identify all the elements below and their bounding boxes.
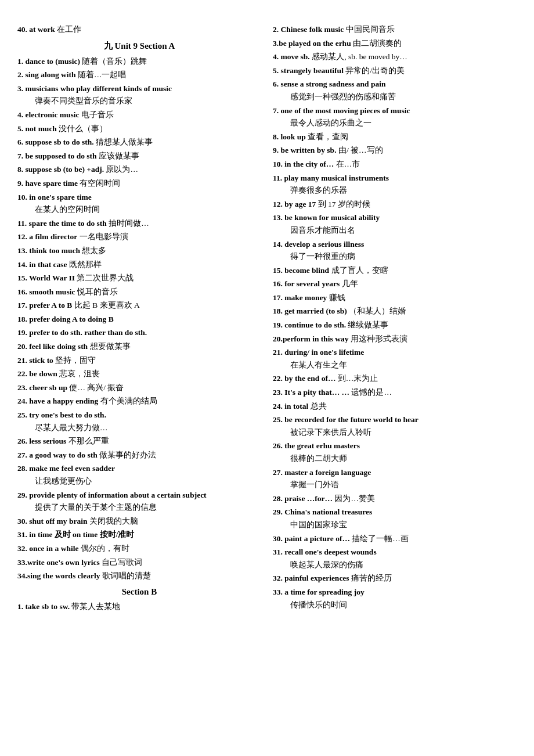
- list-item: 30. paint a picture of… 描绘了一幅…画: [273, 532, 517, 545]
- entry-chinese: 原以为…: [104, 165, 138, 174]
- entry-chinese: 查看，查阅: [306, 132, 348, 141]
- entry-chinese: 总共: [308, 402, 326, 411]
- entry-english: 14. in that case: [17, 260, 67, 269]
- entry-english: 10. in the city of…: [273, 160, 334, 168]
- entry-english-line: 33. a time for spreading joy: [273, 586, 517, 599]
- entry-chinese: 想太多: [80, 246, 106, 255]
- entry-english: 34.sing the words clearly: [17, 571, 100, 580]
- entry-english: 21. stick to: [17, 356, 53, 365]
- entry-chinese-line: 传播快乐的时间: [273, 599, 517, 611]
- entry-english: 26. less serious: [17, 437, 66, 445]
- list-item: 21. during/ in one's lifetime在某人有生之年: [273, 346, 517, 371]
- entry-english: 5. strangely beautiful: [273, 66, 344, 75]
- entry-english: 22. be down: [17, 369, 57, 378]
- list-item: 20.perform in this way 用这种形式表演: [273, 333, 517, 345]
- list-item: 6. sense a strong sadness and pain感觉到一种强…: [273, 78, 517, 103]
- entry-english-line: 25. try one's best to do sth.: [17, 409, 261, 422]
- section-title: 九 Unit 9 Section A: [17, 41, 261, 52]
- entry-english-line: 21. during/ in one's lifetime: [273, 346, 517, 359]
- list-item: 34.sing the words clearly 歌词唱的清楚: [17, 570, 261, 582]
- list-item: 2. Chinese folk music 中国民间音乐: [273, 23, 517, 36]
- list-item: 22. be down 悲哀，沮丧: [17, 368, 261, 380]
- entry-english-line: 25. be recorded for the future world to …: [273, 413, 517, 426]
- entry-chinese: 悦耳的音乐: [75, 287, 117, 296]
- list-item: 15. become blind 成了盲人，变瞎: [273, 264, 517, 277]
- entry-english: 19. continue to do sth.: [273, 321, 346, 329]
- list-item: 4. electronic music 电子音乐: [17, 109, 261, 121]
- list-item: 16. for several years 几年: [273, 278, 517, 290]
- entry-english-line: 13. be known for musical ability: [273, 211, 517, 224]
- entry-english: 12. by age 17: [273, 200, 316, 208]
- entry-chinese: 电子音乐: [80, 110, 114, 119]
- entry-english: 12. a film director: [17, 232, 77, 241]
- entry-english: 20. feel like doing sth: [17, 342, 88, 351]
- entry-chinese: 由二胡演奏的: [351, 39, 402, 48]
- entry-english-line: 11. play many musical instruments: [273, 172, 517, 185]
- entry-chinese: 有空闲时间: [78, 179, 120, 188]
- entry-english-line: 7. one of the most moving pieces of musi…: [273, 105, 517, 117]
- entry-chinese-line: 让我感觉更伤心: [17, 475, 261, 488]
- list-item: 8. look up 查看，查阅: [273, 131, 517, 143]
- list-item: 7. be supposed to do sth 应该做某事: [17, 150, 261, 163]
- entry-english: 9. have spare time: [17, 179, 78, 188]
- list-item: 18. prefer doing A to doing B: [17, 313, 261, 326]
- list-item: 19. prefer to do sth. rather than do sth…: [17, 326, 261, 339]
- list-item: 33. a time for spreading joy传播快乐的时间: [273, 586, 517, 611]
- entry-chinese: 到…末为止: [335, 374, 378, 383]
- list-item: 30. shut off my brain 关闭我的大脑: [17, 515, 261, 528]
- list-item: 29. provide plenty of information about …: [17, 489, 261, 514]
- list-item: 14. in that case 既然那样: [17, 258, 261, 271]
- entry-chinese: 痛苦的经历: [349, 574, 392, 582]
- list-item: 20. feel like doing sth 想要做某事: [17, 340, 261, 353]
- entry-chinese: 一名电影导演: [77, 232, 128, 241]
- list-item: 31. in time 及时 on time 按时/准时: [17, 528, 261, 541]
- entry-english: 32. once in a while: [17, 544, 78, 553]
- list-item: 12. a film director 一名电影导演: [17, 231, 261, 243]
- list-item: 25. try one's best to do sth.尽某人最大努力做…: [17, 409, 261, 434]
- entry-english: 9. be written by sb.: [273, 146, 337, 154]
- list-item: 19. continue to do sth. 继续做某事: [273, 319, 517, 332]
- entry-chinese: 关闭我的大脑: [87, 517, 138, 525]
- entry-chinese: 应该做某事: [97, 152, 139, 160]
- list-item: 31. recall one's deepest wounds唤起某人最深的伤痛: [273, 546, 517, 571]
- entry-english-line: 28. make me feel even sadder: [17, 462, 261, 475]
- entry-chinese: 由/ 被…写的: [337, 146, 383, 154]
- entry-chinese-line: 尽某人最大努力做…: [17, 422, 261, 434]
- entry-english: 8. suppose sb (to be) +adj.: [17, 165, 104, 174]
- list-item: 27. a good way to do sth 做某事的好办法: [17, 449, 261, 462]
- list-item: 22. by the end of… 到…末为止: [273, 372, 517, 385]
- entry-english: 22. by the end of…: [273, 374, 335, 383]
- list-item: 10. in one's spare time在某人的空闲时间: [17, 191, 261, 216]
- entry-chinese: 第二次世界大战: [75, 273, 134, 282]
- list-item: 17. make money 赚钱: [273, 291, 517, 304]
- entry-english: 2. sing along with: [17, 70, 76, 79]
- list-item: 15. World War II 第二次世界大战: [17, 272, 261, 285]
- entry-chinese-line: 提供了大量的关于某个主题的信息: [17, 501, 261, 514]
- list-item: 24. in total 总共: [273, 400, 517, 413]
- list-item: 28. praise …for… 因为…赞美: [273, 492, 517, 505]
- entry-chinese: 坚持，固守: [53, 356, 96, 365]
- entry-english: 33.write one's own lyrics: [17, 558, 100, 567]
- entry-english: 16. for several years: [273, 279, 340, 288]
- list-item: 17. prefer A to B 比起 B 来更喜欢 A: [17, 299, 261, 312]
- entry-english: 30. shut off my brain: [17, 517, 87, 525]
- entry-chinese: 既然那样: [67, 260, 102, 269]
- entry-chinese: 随着…一起唱: [76, 70, 127, 79]
- entry-english: 11. spare the time to do sth: [17, 219, 107, 228]
- entry-english: 2. Chinese folk music: [273, 25, 344, 34]
- entry-chinese: 到 17 岁的时候: [316, 200, 370, 208]
- entry-english: 18. prefer doing A to doing B: [17, 315, 114, 323]
- list-item: 6. suppose sb to do sth. 猜想某人做某事: [17, 136, 261, 149]
- list-item: 23. cheer sb up 使… 高兴/ 振奋: [17, 381, 261, 394]
- entry-chinese-line: 掌握一门外语: [273, 478, 517, 491]
- entry-chinese-line: 中国的国家珍宝: [273, 519, 517, 531]
- entry-chinese-line: 弹奏很多的乐器: [273, 184, 517, 197]
- list-item: 11. spare the time to do sth 抽时间做…: [17, 217, 261, 230]
- list-item: 28. make me feel even sadder让我感觉更伤心: [17, 462, 261, 487]
- entry-english: 40. at work: [17, 25, 55, 34]
- list-item: 12. by age 17 到 17 岁的时候: [273, 198, 517, 211]
- entry-chinese-line: 在某人有生之年: [273, 359, 517, 372]
- entry-english: 31. in time 及时 on time 按时/准时: [17, 530, 134, 539]
- list-item: 7. one of the most moving pieces of musi…: [273, 105, 517, 129]
- list-item: 8. suppose sb (to be) +adj. 原以为…: [17, 163, 261, 176]
